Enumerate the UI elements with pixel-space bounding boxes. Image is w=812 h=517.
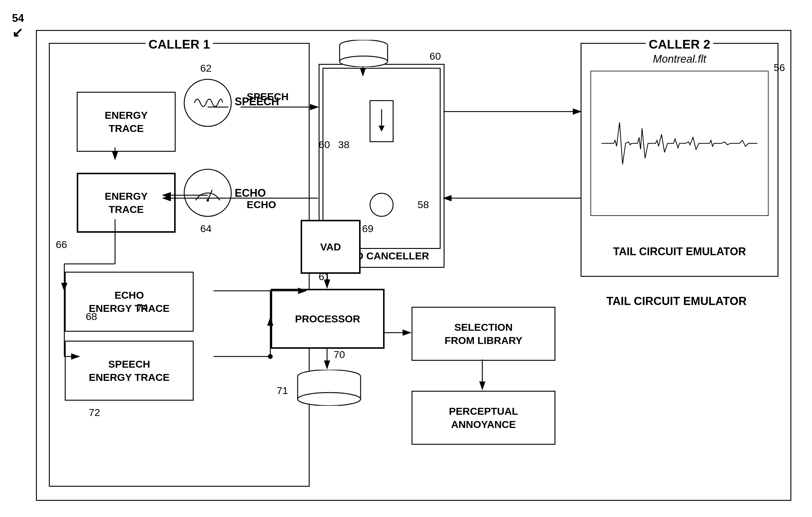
svg-point-31 bbox=[340, 56, 387, 67]
num-58: 58 bbox=[417, 199, 429, 211]
tail-circuit-label: TAIL CIRCUIT EMULATOR bbox=[581, 245, 778, 258]
waveform-display bbox=[596, 98, 763, 188]
num-62: 62 bbox=[200, 62, 212, 74]
speech-energy-trace-block: SPEECH ENERGY TRACE bbox=[65, 341, 194, 401]
energy-trace-1-block: ENERGY TRACE bbox=[77, 92, 176, 152]
num-70: 70 bbox=[334, 349, 345, 360]
selection-library-block: SELECTION FROM LIBRARY bbox=[411, 307, 555, 361]
echo-label: ECHO bbox=[247, 199, 276, 211]
echo-text: ECHO bbox=[235, 187, 266, 199]
cylinder-71 bbox=[295, 370, 364, 406]
svg-point-24 bbox=[206, 199, 209, 201]
sine-wave-circle bbox=[184, 79, 232, 127]
num-71: 71 bbox=[277, 385, 288, 397]
svg-line-23 bbox=[208, 190, 212, 200]
num-64: 64 bbox=[200, 223, 212, 235]
caller2-label: CALLER 2 bbox=[646, 37, 713, 52]
caller1-label: CALLER 1 bbox=[145, 37, 213, 52]
perceptual-annoyance-block: PERCEPTUAL ANNOYANCE bbox=[411, 391, 555, 445]
tail-circuit-emulator-label: TAIL CIRCUIT EMULATOR bbox=[584, 295, 770, 308]
num-38: 38 bbox=[338, 139, 349, 151]
num-72: 72 bbox=[89, 407, 100, 418]
num-60-top: 60 bbox=[430, 50, 441, 62]
num-60-left: 60 bbox=[319, 139, 330, 151]
processor-block: PROCESSOR bbox=[271, 289, 384, 349]
num-56: 56 bbox=[774, 62, 785, 74]
num-74: 74 bbox=[137, 302, 148, 314]
meter-circle bbox=[184, 169, 232, 217]
svg-point-36 bbox=[298, 392, 360, 406]
energy-trace-2-block: ENERGY TRACE bbox=[77, 173, 176, 233]
caller1-box: CALLER 1 ENERGY TRACE ENERGY TRACE ECHO … bbox=[49, 43, 310, 487]
speech-text: SPEECH bbox=[235, 96, 279, 108]
caller2-box: CALLER 2 Montreal.flt 56 TAIL CIRCUIT EM… bbox=[581, 43, 778, 277]
num-66: 66 bbox=[56, 239, 67, 250]
echo-energy-trace-block: ECHO ENERGY TRACE bbox=[65, 272, 194, 332]
montreal-label: Montreal.flt bbox=[653, 53, 706, 65]
figure-label: 54 ↙ bbox=[12, 12, 24, 40]
cylinder-60 bbox=[337, 40, 390, 67]
main-border: CALLER 1 ENERGY TRACE ENERGY TRACE ECHO … bbox=[36, 30, 791, 501]
vad-block: VAD bbox=[301, 220, 360, 274]
num-69: 69 bbox=[362, 223, 374, 235]
num-68: 68 bbox=[86, 311, 97, 322]
svg-marker-26 bbox=[379, 126, 384, 132]
